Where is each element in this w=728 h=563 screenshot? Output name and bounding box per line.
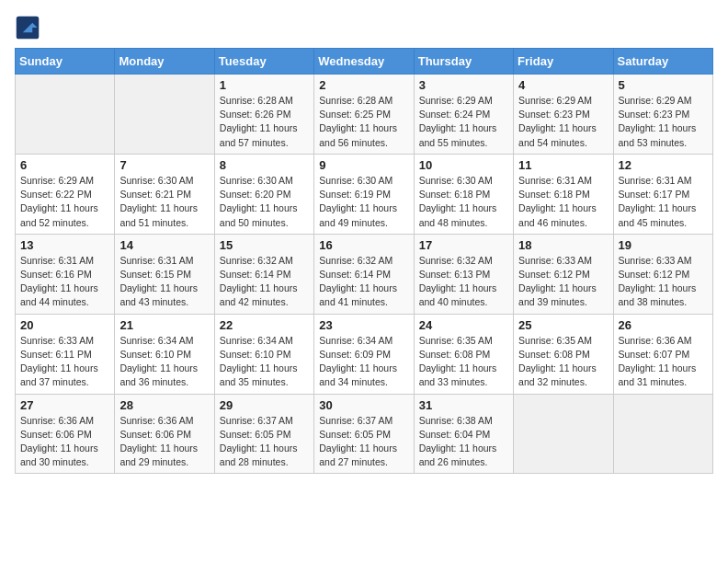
day-number: 18 xyxy=(518,238,608,252)
day-info: Sunrise: 6:28 AMSunset: 6:25 PMDaylight:… xyxy=(319,94,408,150)
day-number: 14 xyxy=(119,238,209,252)
day-number: 1 xyxy=(220,78,309,92)
calendar-week-1: 1Sunrise: 6:28 AMSunset: 6:26 PMDaylight… xyxy=(16,75,713,155)
day-info: Sunrise: 6:34 AMSunset: 6:10 PMDaylight:… xyxy=(119,334,209,390)
day-info: Sunrise: 6:30 AMSunset: 6:20 PMDaylight:… xyxy=(220,174,309,230)
day-info: Sunrise: 6:36 AMSunset: 6:06 PMDaylight:… xyxy=(20,414,109,470)
day-header-sunday: Sunday xyxy=(16,49,115,75)
page-header xyxy=(15,15,713,40)
day-info: Sunrise: 6:36 AMSunset: 6:06 PMDaylight:… xyxy=(119,414,209,470)
day-info: Sunrise: 6:31 AMSunset: 6:17 PMDaylight:… xyxy=(619,174,708,230)
day-number: 16 xyxy=(319,238,408,252)
day-number: 19 xyxy=(619,238,708,252)
day-header-saturday: Saturday xyxy=(613,49,712,75)
calendar-cell: 21Sunrise: 6:34 AMSunset: 6:10 PMDayligh… xyxy=(115,314,214,394)
day-number: 10 xyxy=(419,158,508,172)
calendar-cell: 9Sunrise: 6:30 AMSunset: 6:19 PMDaylight… xyxy=(314,154,414,234)
day-number: 31 xyxy=(419,398,508,412)
calendar-cell: 27Sunrise: 6:36 AMSunset: 6:06 PMDayligh… xyxy=(16,394,115,474)
calendar-cell: 18Sunrise: 6:33 AMSunset: 6:12 PMDayligh… xyxy=(514,234,613,314)
day-info: Sunrise: 6:32 AMSunset: 6:14 PMDaylight:… xyxy=(319,254,408,310)
day-info: Sunrise: 6:34 AMSunset: 6:10 PMDaylight:… xyxy=(220,334,309,390)
day-number: 15 xyxy=(220,238,309,252)
day-info: Sunrise: 6:34 AMSunset: 6:09 PMDaylight:… xyxy=(319,334,408,390)
calendar-cell: 22Sunrise: 6:34 AMSunset: 6:10 PMDayligh… xyxy=(214,314,313,394)
day-header-friday: Friday xyxy=(514,49,613,75)
calendar-cell: 23Sunrise: 6:34 AMSunset: 6:09 PMDayligh… xyxy=(314,314,414,394)
day-info: Sunrise: 6:30 AMSunset: 6:21 PMDaylight:… xyxy=(119,174,209,230)
logo xyxy=(15,15,44,40)
day-header-wednesday: Wednesday xyxy=(314,49,414,75)
day-number: 27 xyxy=(20,398,109,412)
calendar-cell: 24Sunrise: 6:35 AMSunset: 6:08 PMDayligh… xyxy=(414,314,513,394)
day-info: Sunrise: 6:33 AMSunset: 6:12 PMDaylight:… xyxy=(518,254,608,310)
calendar-header: SundayMondayTuesdayWednesdayThursdayFrid… xyxy=(16,49,713,75)
calendar-cell: 4Sunrise: 6:29 AMSunset: 6:23 PMDaylight… xyxy=(514,75,613,155)
calendar-cell: 5Sunrise: 6:29 AMSunset: 6:23 PMDaylight… xyxy=(613,75,712,155)
day-number: 13 xyxy=(20,238,109,252)
day-info: Sunrise: 6:35 AMSunset: 6:08 PMDaylight:… xyxy=(518,334,608,390)
calendar-cell: 2Sunrise: 6:28 AMSunset: 6:25 PMDaylight… xyxy=(314,75,414,155)
calendar-week-2: 6Sunrise: 6:29 AMSunset: 6:22 PMDaylight… xyxy=(16,154,713,234)
calendar-cell: 17Sunrise: 6:32 AMSunset: 6:13 PMDayligh… xyxy=(414,234,513,314)
calendar-cell: 6Sunrise: 6:29 AMSunset: 6:22 PMDaylight… xyxy=(16,154,115,234)
calendar-cell: 16Sunrise: 6:32 AMSunset: 6:14 PMDayligh… xyxy=(314,234,414,314)
day-info: Sunrise: 6:29 AMSunset: 6:24 PMDaylight:… xyxy=(419,94,508,150)
calendar-cell: 3Sunrise: 6:29 AMSunset: 6:24 PMDaylight… xyxy=(414,75,513,155)
calendar-cell: 26Sunrise: 6:36 AMSunset: 6:07 PMDayligh… xyxy=(613,314,712,394)
day-info: Sunrise: 6:28 AMSunset: 6:26 PMDaylight:… xyxy=(220,94,309,150)
calendar-cell: 15Sunrise: 6:32 AMSunset: 6:14 PMDayligh… xyxy=(214,234,313,314)
calendar-cell: 14Sunrise: 6:31 AMSunset: 6:15 PMDayligh… xyxy=(115,234,214,314)
day-number: 9 xyxy=(319,158,408,172)
day-number: 20 xyxy=(20,318,109,332)
day-header-thursday: Thursday xyxy=(414,49,513,75)
day-number: 17 xyxy=(419,238,508,252)
day-info: Sunrise: 6:32 AMSunset: 6:13 PMDaylight:… xyxy=(419,254,508,310)
calendar-table: SundayMondayTuesdayWednesdayThursdayFrid… xyxy=(15,48,713,474)
day-number: 5 xyxy=(619,78,708,92)
day-number: 25 xyxy=(518,318,608,332)
day-info: Sunrise: 6:31 AMSunset: 6:18 PMDaylight:… xyxy=(518,174,608,230)
day-info: Sunrise: 6:31 AMSunset: 6:15 PMDaylight:… xyxy=(119,254,209,310)
day-info: Sunrise: 6:32 AMSunset: 6:14 PMDaylight:… xyxy=(220,254,309,310)
day-number: 23 xyxy=(319,318,408,332)
calendar-week-4: 20Sunrise: 6:33 AMSunset: 6:11 PMDayligh… xyxy=(16,314,713,394)
day-info: Sunrise: 6:30 AMSunset: 6:18 PMDaylight:… xyxy=(419,174,508,230)
calendar-cell: 7Sunrise: 6:30 AMSunset: 6:21 PMDaylight… xyxy=(115,154,214,234)
logo-icon xyxy=(15,15,40,40)
calendar-cell xyxy=(613,394,712,474)
day-info: Sunrise: 6:35 AMSunset: 6:08 PMDaylight:… xyxy=(419,334,508,390)
day-info: Sunrise: 6:37 AMSunset: 6:05 PMDaylight:… xyxy=(319,414,408,470)
day-number: 7 xyxy=(119,158,209,172)
day-info: Sunrise: 6:31 AMSunset: 6:16 PMDaylight:… xyxy=(20,254,109,310)
day-number: 3 xyxy=(419,78,508,92)
calendar-cell xyxy=(514,394,613,474)
calendar-cell xyxy=(16,75,115,155)
day-info: Sunrise: 6:36 AMSunset: 6:07 PMDaylight:… xyxy=(619,334,708,390)
calendar-cell: 29Sunrise: 6:37 AMSunset: 6:05 PMDayligh… xyxy=(214,394,313,474)
day-info: Sunrise: 6:29 AMSunset: 6:23 PMDaylight:… xyxy=(619,94,708,150)
day-info: Sunrise: 6:30 AMSunset: 6:19 PMDaylight:… xyxy=(319,174,408,230)
day-number: 4 xyxy=(518,78,608,92)
day-number: 6 xyxy=(20,158,109,172)
day-info: Sunrise: 6:37 AMSunset: 6:05 PMDaylight:… xyxy=(220,414,309,470)
calendar-cell: 31Sunrise: 6:38 AMSunset: 6:04 PMDayligh… xyxy=(414,394,513,474)
calendar-cell: 13Sunrise: 6:31 AMSunset: 6:16 PMDayligh… xyxy=(16,234,115,314)
calendar-cell: 25Sunrise: 6:35 AMSunset: 6:08 PMDayligh… xyxy=(514,314,613,394)
calendar-cell: 28Sunrise: 6:36 AMSunset: 6:06 PMDayligh… xyxy=(115,394,214,474)
calendar-cell: 8Sunrise: 6:30 AMSunset: 6:20 PMDaylight… xyxy=(214,154,313,234)
day-number: 12 xyxy=(619,158,708,172)
day-number: 2 xyxy=(319,78,408,92)
day-number: 28 xyxy=(119,398,209,412)
day-info: Sunrise: 6:29 AMSunset: 6:23 PMDaylight:… xyxy=(518,94,608,150)
day-number: 21 xyxy=(119,318,209,332)
calendar-cell: 12Sunrise: 6:31 AMSunset: 6:17 PMDayligh… xyxy=(613,154,712,234)
day-number: 22 xyxy=(220,318,309,332)
day-header-tuesday: Tuesday xyxy=(214,49,313,75)
calendar-week-3: 13Sunrise: 6:31 AMSunset: 6:16 PMDayligh… xyxy=(16,234,713,314)
calendar-cell: 10Sunrise: 6:30 AMSunset: 6:18 PMDayligh… xyxy=(414,154,513,234)
day-number: 29 xyxy=(220,398,309,412)
calendar-cell: 1Sunrise: 6:28 AMSunset: 6:26 PMDaylight… xyxy=(214,75,313,155)
calendar-cell: 30Sunrise: 6:37 AMSunset: 6:05 PMDayligh… xyxy=(314,394,414,474)
day-number: 11 xyxy=(518,158,608,172)
